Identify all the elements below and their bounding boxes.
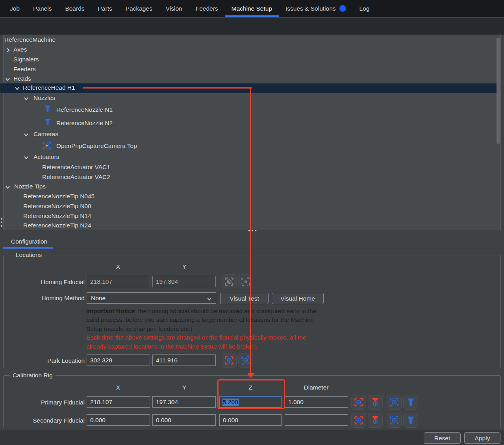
secondary-fiducial-y-field[interactable] — [152, 414, 216, 426]
tree-toolbar: Expand Search — [0, 18, 504, 35]
tree-item-reference-nozzletip-n14[interactable]: ReferenceNozzleTip N14 — [0, 212, 504, 222]
park-location-label: Park Location — [0, 357, 85, 364]
tab-job[interactable]: Job — [3, 0, 26, 17]
calibration-col-y: Y — [169, 384, 200, 391]
secondary-fiducial-label: Secondary Fiducial — [0, 417, 85, 424]
move-camera-blue-icon — [241, 356, 250, 365]
primary-move-nozzle-button[interactable] — [403, 395, 418, 410]
tab-parts[interactable]: Parts — [91, 0, 119, 17]
chevron-down-icon[interactable] — [24, 155, 29, 160]
capture-camera-location-button-disabled[interactable] — [222, 274, 237, 289]
tree-item-signalers[interactable]: Signalers — [0, 55, 504, 65]
park-location-y-field[interactable] — [152, 355, 216, 366]
tree-item-reference-actuator-vac1[interactable]: ReferenceActuator VAC1 — [0, 163, 504, 173]
tree-item-reference-actuator-vac2[interactable]: ReferenceActuator VAC2 — [0, 173, 504, 183]
tree-item-reference-nozzletip-n045[interactable]: ReferenceNozzleTip N045 — [0, 192, 504, 202]
capture-camera-location-button[interactable] — [222, 353, 237, 368]
tree-item-heads[interactable]: Heads — [0, 74, 504, 84]
secondary-capture-nozzle-button[interactable] — [368, 413, 383, 428]
camera-icon — [43, 141, 50, 150]
secondary-capture-camera-button[interactable] — [351, 413, 366, 428]
chevron-down-icon[interactable] — [15, 85, 20, 90]
primary-capture-nozzle-button[interactable] — [368, 395, 383, 410]
chevron-down-icon[interactable] — [24, 96, 29, 101]
chevron-down-icon[interactable] — [5, 76, 10, 81]
main-tab-bar: Job Panels Boards Parts Packages Vision … — [0, 0, 504, 17]
tree-item-reference-machine[interactable]: ReferenceMachine — [0, 35, 504, 45]
park-location-x-field[interactable] — [87, 355, 150, 366]
primary-fiducial-label: Primary Fiducial — [0, 399, 85, 406]
secondary-fiducial-x-field[interactable] — [87, 414, 150, 426]
visual-home-button[interactable]: Visual Home — [272, 293, 324, 304]
visual-test-button[interactable]: Visual Test — [220, 293, 269, 304]
tree-item-nozzle-tips[interactable]: Nozzle Tips — [0, 182, 504, 192]
selected-text: 5.200 — [222, 399, 239, 406]
homing-method-label: Homing Method — [0, 295, 85, 302]
tab-boards[interactable]: Boards — [58, 0, 91, 17]
calibration-col-x: X — [102, 384, 134, 391]
chevron-down-icon[interactable] — [5, 184, 10, 189]
tree-item-actuators[interactable]: Actuators — [0, 153, 504, 162]
move-nozzle-blue-icon — [407, 416, 415, 425]
capture-nozzle-red-icon — [371, 415, 380, 425]
tree-item-reference-nozzle-n1[interactable]: ReferenceNozzle N1 — [0, 104, 504, 116]
tab-configuration[interactable]: Configuration — [11, 238, 47, 245]
move-camera-blue-icon — [389, 415, 399, 425]
capture-nozzle-red-icon — [371, 397, 380, 407]
homing-fiducial-label: Homing Fiducial — [0, 279, 85, 286]
secondary-move-camera-button[interactable] — [387, 413, 402, 428]
secondary-move-nozzle-button[interactable] — [403, 413, 418, 428]
tree-item-openpnp-capture-camera-top[interactable]: OpenPnpCaptureCamera Top — [0, 140, 504, 153]
tree-scrollbar-thumb[interactable] — [497, 38, 500, 144]
tab-panels[interactable]: Panels — [26, 0, 58, 17]
openpnp-window: Job Panels Boards Parts Packages Vision … — [0, 0, 504, 445]
position-camera-button-disabled[interactable] — [238, 274, 253, 289]
homing-fiducial-y-field[interactable] — [152, 276, 216, 287]
tab-log[interactable]: Log — [353, 0, 376, 17]
position-camera-icon — [241, 277, 250, 286]
tab-vision[interactable]: Vision — [159, 0, 189, 17]
tab-machine-setup[interactable]: Machine Setup — [225, 0, 279, 17]
tree-item-cameras[interactable]: Cameras — [0, 130, 504, 140]
tree-item-reference-nozzletip-n08[interactable]: ReferenceNozzleTip N08 — [0, 202, 504, 212]
chevron-right-icon[interactable] — [6, 47, 11, 52]
capture-camera-red-icon — [354, 415, 363, 425]
tab-feeders[interactable]: Feeders — [189, 0, 225, 17]
tree-item-feeders[interactable]: Feeders — [0, 65, 504, 75]
primary-move-camera-button[interactable] — [387, 395, 402, 410]
locations-legend: Locations — [13, 251, 44, 259]
move-camera-to-location-button[interactable] — [238, 353, 253, 368]
notice-bold-text: Important Notice — [86, 308, 135, 314]
nozzle-icon — [44, 118, 52, 127]
chevron-down-icon — [207, 296, 212, 301]
left-splitter-handle[interactable]: ••• — [0, 217, 3, 227]
chevron-down-icon[interactable] — [24, 132, 29, 137]
locations-col-y: Y — [169, 263, 200, 270]
primary-capture-camera-button[interactable] — [351, 395, 366, 410]
apply-button[interactable]: Apply — [464, 432, 500, 444]
capture-camera-red-icon — [354, 397, 363, 407]
horizontal-splitter-handle[interactable]: ••• — [248, 229, 258, 233]
locations-col-x: X — [102, 263, 134, 270]
primary-fiducial-y-field[interactable] — [152, 396, 216, 408]
tab-issues-solutions[interactable]: Issues & Solutions — [279, 0, 353, 17]
primary-fiducial-z-field[interactable]: 5.200 — [219, 396, 282, 408]
primary-fiducial-x-field[interactable] — [87, 396, 150, 408]
calibration-col-z: Z — [235, 384, 266, 391]
notice-warning-text: Each time the above settings are changed… — [86, 333, 325, 351]
issues-badge-dot — [339, 5, 346, 12]
tree-item-nozzles[interactable]: Nozzles — [0, 94, 504, 103]
tab-packages[interactable]: Packages — [119, 0, 159, 17]
primary-fiducial-diameter-field[interactable] — [285, 396, 348, 408]
secondary-fiducial-diameter-field[interactable] — [285, 414, 348, 426]
nozzle-icon — [44, 105, 52, 114]
tree-item-reference-head-h1[interactable]: ReferenceHead H1 — [0, 83, 497, 93]
tree-item-axes[interactable]: Axes — [0, 45, 504, 55]
reset-button[interactable]: Reset — [424, 432, 461, 444]
tree-item-reference-nozzle-n2[interactable]: ReferenceNozzle N2 — [0, 117, 504, 130]
homing-fiducial-x-field[interactable] — [87, 276, 150, 287]
capture-camera-icon — [224, 277, 234, 286]
move-camera-blue-icon — [389, 397, 399, 407]
secondary-fiducial-z-field[interactable] — [219, 414, 282, 426]
homing-method-select[interactable]: None — [87, 292, 216, 304]
